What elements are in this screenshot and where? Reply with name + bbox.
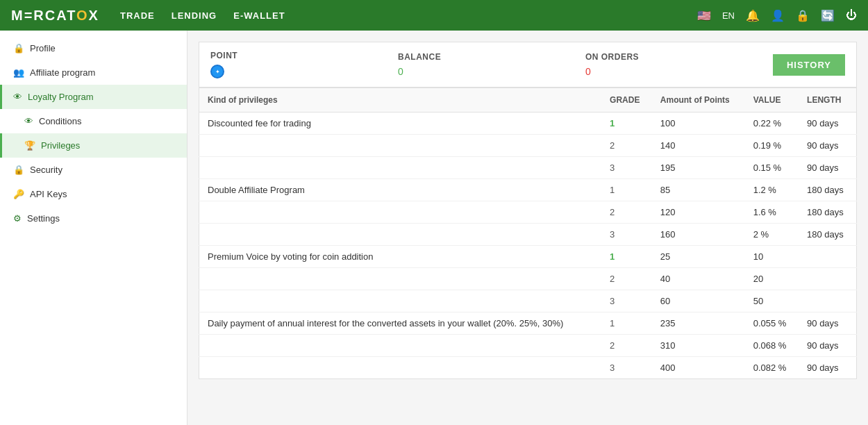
length-cell: 90 days <box>799 112 856 135</box>
user-icon[interactable]: 👤 <box>771 9 785 22</box>
history-button[interactable]: HISTORY <box>773 54 845 76</box>
table-header-row: Kind of privileges GRADE Amount of Point… <box>199 88 857 112</box>
on-orders-col: ON ORDERS 0 <box>585 52 773 77</box>
privilege-name-cell <box>199 290 602 312</box>
length-cell <box>799 290 856 312</box>
length-cell: 90 days <box>799 157 856 179</box>
privileges-table: Kind of privileges GRADE Amount of Point… <box>199 88 857 379</box>
sidebar-label-conditions: Conditions <box>39 116 81 126</box>
col-value: VALUE <box>745 88 799 112</box>
value-cell: 0.19 % <box>745 135 799 157</box>
main-nav: TRADE LENDING E-WALLET <box>120 10 285 21</box>
sidebar-item-conditions[interactable]: 👁 Conditions <box>0 109 187 133</box>
sidebar-item-loyalty[interactable]: 👁 Loyalty Program <box>0 85 187 109</box>
value-cell: 20 <box>745 268 799 290</box>
privilege-name-cell <box>199 201 602 224</box>
grade-cell: 2 <box>601 135 652 157</box>
length-cell <box>799 246 856 268</box>
power-icon[interactable]: ⏻ <box>846 9 857 22</box>
privilege-name-cell <box>199 224 602 246</box>
nav-ewallet[interactable]: E-WALLET <box>233 10 285 21</box>
privilege-name-cell <box>199 157 602 179</box>
bell-icon[interactable]: 🔔 <box>746 9 760 22</box>
sidebar-label-settings: Settings <box>27 213 60 224</box>
points-cell: 140 <box>652 135 745 157</box>
table-row: Premium Voice by voting for coin additio… <box>199 246 857 268</box>
length-cell: 90 days <box>799 135 856 157</box>
sidebar-item-profile[interactable]: 🔒 Profile <box>0 36 187 60</box>
balance-col: BALANCE 0 <box>398 52 585 77</box>
eye-sub-icon: 👁 <box>24 116 33 126</box>
sidebar: 🔒 Profile 👥 Affiliate program 👁 Loyalty … <box>0 31 187 425</box>
privilege-name-cell: Premium Voice by voting for coin additio… <box>199 246 602 268</box>
value-cell: 2 % <box>745 224 799 246</box>
points-cell: 310 <box>652 335 745 357</box>
grade-cell: 3 <box>601 224 652 246</box>
length-cell: 90 days <box>799 312 856 335</box>
history-btn-container: HISTORY <box>773 54 845 76</box>
sidebar-label-loyalty: Loyalty Program <box>28 92 94 102</box>
length-cell <box>799 268 856 290</box>
grade-cell: 2 <box>601 201 652 224</box>
privilege-name-cell <box>199 135 602 157</box>
grade-cell: 2 <box>601 335 652 357</box>
header: M=RCATOX TRADE LENDING E-WALLET 🇺🇸 EN 🔔 … <box>0 0 868 31</box>
nav-lending[interactable]: LENDING <box>172 10 217 21</box>
content-area: POINT BALANCE 0 ON ORDERS 0 HISTORY Kind <box>187 31 868 425</box>
grade-cell: 2 <box>601 268 652 290</box>
point-icon <box>210 65 224 78</box>
table-row: 31602 %180 days <box>199 224 857 246</box>
points-cell: 195 <box>652 157 745 179</box>
sidebar-item-settings[interactable]: ⚙ Settings <box>0 206 187 231</box>
lock-icon[interactable]: 🔒 <box>796 9 810 22</box>
grade-cell: 3 <box>601 157 652 179</box>
value-cell: 0.22 % <box>745 112 799 135</box>
col-points: Amount of Points <box>652 88 745 112</box>
main-layout: 🔒 Profile 👥 Affiliate program 👁 Loyalty … <box>0 31 868 425</box>
sidebar-item-privileges[interactable]: 🏆 Privileges <box>0 133 187 158</box>
key-icon: 🔑 <box>13 189 24 199</box>
table-row: 36050 <box>199 290 857 312</box>
privilege-name-cell <box>199 357 602 379</box>
trophy-icon: 🏆 <box>24 140 35 151</box>
security-lock-icon: 🔒 <box>13 165 24 175</box>
sidebar-item-apikeys[interactable]: 🔑 API Keys <box>0 182 187 206</box>
points-cell: 85 <box>652 179 745 201</box>
eye-icon: 👁 <box>13 92 22 102</box>
sidebar-item-security[interactable]: 🔒 Security <box>0 158 187 182</box>
length-cell: 180 days <box>799 224 856 246</box>
privilege-name-cell: Daily payment of annual interest for the… <box>199 312 602 335</box>
value-cell: 0.082 % <box>745 357 799 379</box>
table-row: 34000.082 %90 days <box>199 357 857 379</box>
points-cell: 120 <box>652 201 745 224</box>
points-cell: 40 <box>652 268 745 290</box>
points-header: POINT BALANCE 0 ON ORDERS 0 HISTORY <box>199 42 857 88</box>
value-cell: 0.068 % <box>745 335 799 357</box>
privilege-name-cell: Discounted fee for trading <box>199 112 602 135</box>
sidebar-label-privileges: Privileges <box>41 140 80 151</box>
value-cell: 50 <box>745 290 799 312</box>
point-icon-container <box>210 65 398 78</box>
privilege-name-cell <box>199 268 602 290</box>
length-cell: 90 days <box>799 357 856 379</box>
points-cell: 160 <box>652 224 745 246</box>
table-row: Daily payment of annual interest for the… <box>199 312 857 335</box>
sync-icon[interactable]: 🔄 <box>821 9 835 22</box>
sidebar-label-profile: Profile <box>30 43 56 53</box>
grade-cell: 3 <box>601 357 652 379</box>
gear-icon: ⚙ <box>13 213 22 224</box>
lang-label[interactable]: EN <box>722 10 735 21</box>
points-cell: 235 <box>652 312 745 335</box>
value-cell: 1.6 % <box>745 201 799 224</box>
value-cell: 1.2 % <box>745 179 799 201</box>
sidebar-item-affiliate[interactable]: 👥 Affiliate program <box>0 60 187 85</box>
sidebar-label-security: Security <box>30 165 62 175</box>
col-length: LENGTH <box>799 88 856 112</box>
grade-cell: 1 <box>601 246 652 268</box>
on-orders-value: 0 <box>585 66 773 77</box>
people-icon: 👥 <box>13 67 24 78</box>
nav-trade[interactable]: TRADE <box>120 10 155 21</box>
sidebar-label-affiliate: Affiliate program <box>30 67 95 78</box>
points-cell: 60 <box>652 290 745 312</box>
col-privilege: Kind of privileges <box>199 88 602 112</box>
